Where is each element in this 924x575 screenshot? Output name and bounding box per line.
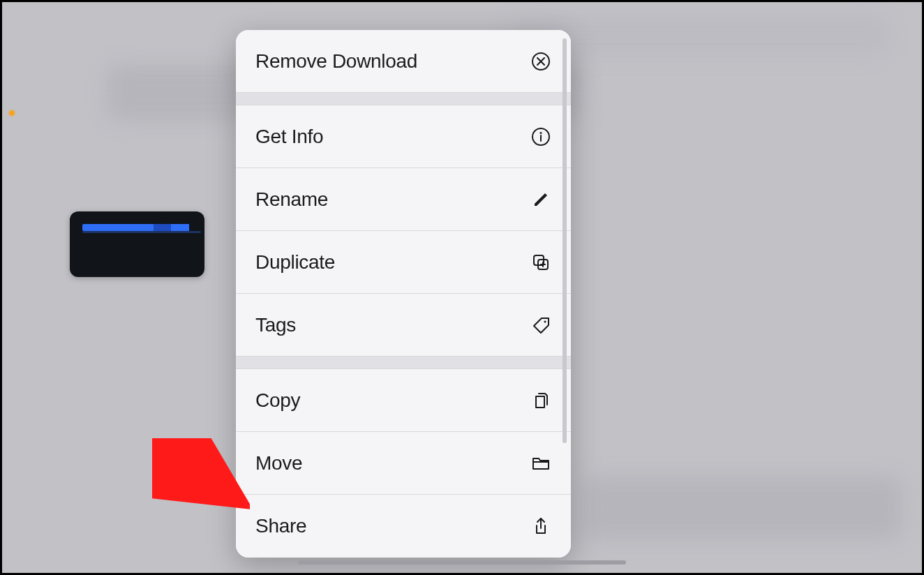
- menu-item-rename[interactable]: Rename: [236, 168, 571, 231]
- audio-waveform: [82, 231, 201, 233]
- svg-point-10: [544, 320, 546, 322]
- remove-circle-icon: [530, 51, 551, 72]
- background-blur: [581, 477, 902, 539]
- audio-waveform: [82, 224, 201, 231]
- scrollbar[interactable]: [562, 38, 567, 443]
- folder-icon: [530, 453, 551, 474]
- menu-item-label: Rename: [255, 188, 328, 211]
- menu-item-remove-download[interactable]: Remove Download: [236, 30, 571, 93]
- duplicate-icon: [530, 252, 551, 273]
- menu-item-label: Tags: [255, 314, 296, 336]
- menu-item-label: Move: [255, 452, 302, 475]
- menu-item-label: Duplicate: [255, 251, 335, 274]
- info-icon: [530, 126, 551, 147]
- pencil-icon: [530, 189, 551, 210]
- svg-point-4: [540, 132, 541, 133]
- copy-icon: [530, 390, 551, 411]
- file-thumbnail[interactable]: [70, 211, 204, 277]
- menu-item-label: Get Info: [255, 126, 323, 148]
- annotation-arrow: [152, 438, 250, 515]
- orange-indicator-dot: [9, 110, 15, 116]
- menu-separator: [236, 357, 571, 369]
- svg-line-13: [159, 449, 234, 498]
- menu-item-label: Share: [255, 515, 306, 537]
- menu-item-get-info[interactable]: Get Info: [236, 105, 571, 168]
- menu-item-move[interactable]: Move: [236, 432, 571, 495]
- menu-item-label: Remove Download: [255, 50, 417, 73]
- menu-item-tags[interactable]: Tags: [236, 294, 571, 357]
- menu-item-share[interactable]: Share: [236, 495, 571, 558]
- share-icon: [530, 516, 551, 537]
- menu-item-duplicate[interactable]: Duplicate: [236, 231, 571, 294]
- menu-item-label: Copy: [255, 389, 300, 412]
- home-indicator: [298, 560, 626, 565]
- tag-icon: [530, 315, 551, 336]
- menu-separator: [236, 93, 571, 105]
- context-menu: Remove Download Get Info Rename Duplicat…: [236, 30, 571, 558]
- screenshot-frame: Remove Download Get Info Rename Duplicat…: [0, 0, 924, 575]
- menu-item-copy[interactable]: Copy: [236, 369, 571, 432]
